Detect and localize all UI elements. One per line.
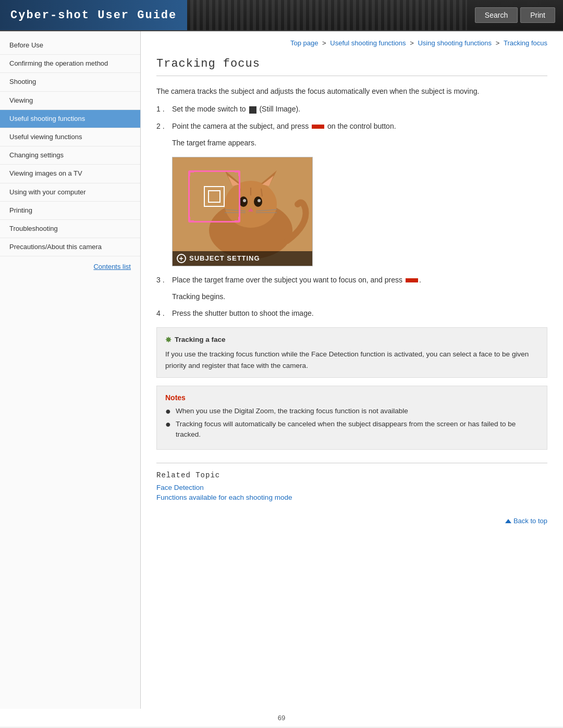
step-4-num: 4 .: [156, 307, 172, 319]
note-bullet-1: ●: [165, 406, 176, 416]
breadcrumb-sep2: >: [410, 39, 415, 47]
contents-list-link[interactable]: Contents list: [0, 256, 140, 277]
back-to-top-row: Back to top: [156, 512, 547, 525]
sidebar-item-using-computer[interactable]: Using with your computer: [0, 183, 140, 202]
sidebar-item-confirming[interactable]: Confirming the operation method: [0, 55, 140, 73]
triangle-up-icon: [505, 519, 511, 523]
step-2-num: 2 .: [156, 120, 172, 132]
corner-br: [235, 217, 240, 222]
tracking-face-box: ✸ Tracking a face If you use the trackin…: [156, 327, 547, 378]
related-link-face-detection[interactable]: Face Detection: [156, 484, 547, 491]
step-3-num: 3 .: [156, 274, 172, 286]
header-title: Cyber-shot User Guide: [10, 9, 177, 22]
subject-setting-label: SUBJECT SETTING: [189, 254, 260, 262]
breadcrumb-top[interactable]: Top page: [290, 39, 319, 47]
step-4: 4 . Press the shutter button to shoot th…: [156, 307, 547, 319]
note-bullet-2: ●: [165, 419, 176, 429]
related-topic: Related Topic Face Detection Functions a…: [156, 463, 547, 501]
breadcrumb: Top page > Useful shooting functions > U…: [156, 39, 547, 47]
still-image-icon: [249, 106, 256, 114]
step-4-text: Press the shutter button to shoot the im…: [172, 307, 547, 319]
tracking-face-text: If you use the tracking focus function w…: [165, 349, 538, 371]
breadcrumb-useful-shooting[interactable]: Useful shooting functions: [330, 39, 406, 47]
step-1-num: 1 .: [156, 103, 172, 115]
page-number: 69: [0, 709, 563, 727]
sidebar-item-useful-shooting[interactable]: Useful shooting functions: [0, 110, 140, 128]
content: Top page > Useful shooting functions > U…: [141, 31, 563, 709]
header-buttons: Search Print: [467, 0, 563, 30]
sidebar-item-precautions[interactable]: Precautions/About this camera: [0, 238, 140, 256]
svg-point-9: [243, 199, 246, 202]
control-button-icon-2: [406, 278, 418, 282]
page-title: Tracking focus: [156, 57, 547, 76]
header: Cyber-shot User Guide Search Print: [0, 0, 563, 31]
step-3-sub: Tracking begins.: [172, 291, 547, 302]
target-frame: [188, 170, 240, 223]
main-container: Before Use Confirming the operation meth…: [0, 31, 563, 709]
sidebar-item-printing[interactable]: Printing: [0, 202, 140, 220]
back-to-top-label: Back to top: [513, 517, 547, 525]
header-stripe-area: Cyber-shot User Guide: [0, 0, 467, 30]
target-crosshair: [208, 190, 221, 203]
step-2-text: Point the camera at the subject, and pre…: [172, 120, 547, 132]
search-button[interactable]: Search: [475, 7, 518, 23]
breadcrumb-tracking-focus[interactable]: Tracking focus: [504, 39, 547, 47]
camera-image: + SUBJECT SETTING: [172, 157, 313, 266]
corner-tr: [235, 171, 240, 176]
step-2-sub: The target frame appears.: [172, 137, 547, 149]
breadcrumb-using-shooting[interactable]: Using shooting functions: [418, 39, 492, 47]
sidebar-item-useful-viewing[interactable]: Useful viewing functions: [0, 128, 140, 146]
step-1-text: Set the mode switch to (Still Image).: [172, 103, 547, 115]
sidebar-item-changing-settings[interactable]: Changing settings: [0, 146, 140, 165]
step-2: 2 . Point the camera at the subject, and…: [156, 120, 547, 132]
corner-bl: [189, 217, 194, 222]
breadcrumb-sep3: >: [496, 39, 501, 47]
related-link-functions-available[interactable]: Functions available for each shooting mo…: [156, 493, 547, 501]
note-text-2: Tracking focus will automatically be can…: [176, 419, 538, 440]
subject-setting-bar: + SUBJECT SETTING: [173, 251, 312, 266]
sidebar-item-before-use[interactable]: Before Use: [0, 36, 140, 55]
notes-title: Notes: [165, 393, 538, 402]
plus-circle-icon: +: [177, 254, 186, 263]
note-text-1: When you use the Digital Zoom, the track…: [176, 406, 408, 416]
step-1: 1 . Set the mode switch to (Still Image)…: [156, 103, 547, 115]
leaf-icon: ✸: [165, 334, 172, 346]
step-3: 3 . Place the target frame over the subj…: [156, 274, 547, 286]
sidebar-item-viewing-tv[interactable]: Viewing images on a TV: [0, 165, 140, 183]
header-title-bg: Cyber-shot User Guide: [0, 0, 187, 30]
related-topic-title: Related Topic: [156, 471, 547, 479]
corner-tl: [189, 171, 194, 176]
note-item-1: ● When you use the Digital Zoom, the tra…: [165, 406, 538, 416]
step-3-text: Place the target frame over the subject …: [172, 274, 547, 286]
sidebar: Before Use Confirming the operation meth…: [0, 31, 141, 709]
note-item-2: ● Tracking focus will automatically be c…: [165, 419, 538, 440]
header-stripes: [187, 0, 467, 30]
control-button-icon: [312, 125, 324, 129]
sidebar-item-viewing[interactable]: Viewing: [0, 92, 140, 110]
svg-point-10: [258, 199, 261, 202]
sidebar-item-shooting[interactable]: Shooting: [0, 73, 140, 91]
print-button[interactable]: Print: [520, 7, 555, 23]
back-to-top-link[interactable]: Back to top: [505, 517, 547, 525]
sidebar-item-troubleshooting[interactable]: Troubleshooting: [0, 220, 140, 238]
intro-text: The camera tracks the subject and adjust…: [156, 85, 547, 97]
target-frame-inner: [204, 186, 225, 207]
breadcrumb-sep1: >: [322, 39, 328, 47]
tracking-face-title: ✸ Tracking a face: [165, 334, 538, 346]
notes-box: Notes ● When you use the Digital Zoom, t…: [156, 386, 547, 450]
